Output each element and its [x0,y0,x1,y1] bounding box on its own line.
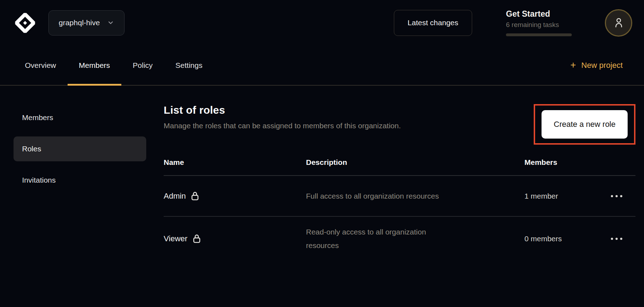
role-description: Read-only access to all organization res… [306,225,445,252]
ellipsis-menu-button[interactable] [608,192,626,200]
ellipsis-icon [610,194,624,198]
ellipsis-menu-button[interactable] [608,235,626,243]
sidebar-item-invitations[interactable]: Invitations [14,168,146,193]
content-area: Members Roles Invitations List of roles … [0,86,644,261]
column-header-name: Name [164,158,306,167]
tab-members[interactable]: Members [68,45,122,85]
column-header-members: Members [524,158,607,167]
role-name-cell: Viewer [164,233,306,244]
hive-logo-icon [14,11,37,34]
table-row-viewer: Viewer Read-only access to all organizat… [164,217,635,261]
top-bar: graphql-hive Latest changes Get Started … [0,0,644,45]
tab-bar: Overview Members Policy Settings + New p… [0,45,644,86]
chevron-down-icon [107,19,114,26]
person-icon [613,16,625,29]
page-subtitle: Manage the roles that can be assigned to… [164,122,401,130]
sidebar-item-members[interactable]: Members [14,105,146,130]
role-description: Full access to all organization resource… [306,189,445,203]
role-name-cell: Admin [164,191,306,201]
sidebar-item-roles[interactable]: Roles [14,136,146,161]
latest-changes-button[interactable]: Latest changes [394,10,472,36]
red-annotation-box: Create a new role [534,104,635,145]
tab-overview[interactable]: Overview [14,45,68,85]
plus-icon: + [570,60,576,70]
members-sidebar: Members Roles Invitations [14,86,146,261]
get-started-title: Get Started [506,9,572,19]
lock-icon [191,191,199,201]
roles-panel-header: List of roles Manage the roles that can … [164,104,635,145]
lock-icon [192,233,201,244]
roles-table-header: Name Description Members [164,150,635,176]
tab-policy[interactable]: Policy [121,45,164,85]
role-actions-cell [607,192,635,200]
user-avatar[interactable] [605,9,632,37]
create-new-role-button[interactable]: Create a new role [542,110,628,139]
title-block: List of roles Manage the roles that can … [164,104,401,130]
page-title: List of roles [164,104,401,116]
new-project-button[interactable]: + New project [570,45,623,85]
role-name: Admin [164,192,186,201]
get-started-widget[interactable]: Get Started 6 remaining tasks [506,9,572,36]
column-header-description: Description [306,158,524,167]
roles-panel: List of roles Manage the roles that can … [164,86,635,261]
tab-settings[interactable]: Settings [164,45,214,85]
role-members-count: 0 members [524,235,607,243]
ellipsis-icon [610,237,624,241]
organization-name: graphql-hive [59,18,100,27]
role-actions-cell [607,235,635,243]
role-members-count: 1 member [524,192,607,200]
app-window: graphql-hive Latest changes Get Started … [0,0,644,307]
role-name: Viewer [164,234,188,243]
roles-table: Name Description Members Admin [164,150,635,261]
new-project-label: New project [581,61,623,70]
get-started-progress-bar [506,33,572,36]
table-row-admin: Admin Full access to all organization re… [164,176,635,217]
organization-selector[interactable]: graphql-hive [48,10,125,36]
get-started-remaining-tasks: 6 remaining tasks [506,21,572,29]
